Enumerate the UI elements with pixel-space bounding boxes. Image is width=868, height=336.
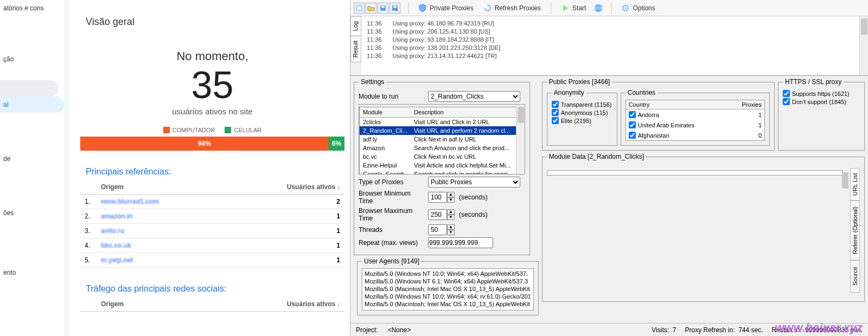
scrollbar[interactable]: [516, 105, 525, 174]
col-users[interactable]: Usuários ativos ↓: [225, 180, 344, 195]
url-item[interactable]: https://www.google.com: [552, 173, 838, 176]
shield-icon: [418, 4, 427, 12]
max-time-input[interactable]: [428, 209, 447, 220]
sidebar-item-4[interactable]: al: [0, 96, 64, 113]
module-to-run-label: Module to run: [359, 93, 424, 100]
module-select[interactable]: 2_Random_Clicks: [428, 91, 520, 102]
https-legend: HTTPS / SSL proxy: [783, 78, 844, 86]
table-row[interactable]: 2.amazon.in1: [80, 209, 344, 224]
ua-item[interactable]: Mozilla/5.0 (Windows NT 10.0; Win64; x64…: [365, 293, 531, 300]
table-row[interactable]: 3.avito.ru1: [80, 224, 344, 238]
open-icon[interactable]: [366, 3, 376, 14]
seconds-label: (seconds): [459, 211, 488, 218]
sidebar-item-1[interactable]: [0, 30, 64, 39]
ua-legend: User Agents [9149]: [362, 257, 422, 265]
tab-referer[interactable]: Referer (Optional): [850, 201, 860, 260]
log-row: 11:36Using proxy: 213.14.31.122:44621 [T…: [367, 52, 863, 60]
result-tab[interactable]: Result: [350, 36, 361, 62]
repeat-label: Repeat (max. views): [359, 239, 424, 247]
new-icon[interactable]: [354, 3, 365, 14]
module-row[interactable]: 2clicksVisit URL and Click in 2 URL: [360, 118, 525, 127]
module-row[interactable]: adf.lyClick Next in adf.ly URL: [360, 135, 525, 144]
module-data-group: Module Data [2_Random_Clicks] https://ww…: [542, 153, 865, 302]
country-row[interactable]: Andorra1: [626, 109, 764, 120]
log-tab[interactable]: Log: [350, 16, 361, 36]
stop-icon[interactable]: STOP: [593, 3, 603, 13]
https-checkbox[interactable]: Don't support (1845): [783, 98, 860, 105]
save-as-icon[interactable]: [390, 3, 400, 14]
country-row[interactable]: Afghanistan0: [626, 130, 764, 141]
ua-item[interactable]: Mozilla/5.0 (Windows NT 6.1; Win64; x64)…: [365, 277, 531, 285]
module-row[interactable]: Google_SearchSearch and click in google …: [360, 170, 525, 175]
bar-mobile: 6%: [329, 137, 344, 151]
anon-checkbox[interactable]: Transparent (1156): [552, 101, 612, 108]
chevron-down-icon[interactable]: ▼: [447, 230, 455, 235]
sidebar-item-3[interactable]: [0, 80, 59, 96]
anon-checkbox[interactable]: Anonymous (115): [552, 109, 612, 116]
sidebar-item-6[interactable]: ões: [0, 205, 64, 221]
log-content: 11:36Using proxy: 46.180.96.79:42319 [RU…: [361, 16, 868, 75]
ua-item[interactable]: Mozilla/5.0 (Macintosh; Intel Mac OS X 1…: [365, 300, 531, 308]
country-row[interactable]: United Arab Emirates1: [626, 120, 764, 130]
https-group: HTTPS / SSL proxy Supports https (1621)D…: [778, 78, 865, 151]
settings-legend: Settings: [359, 78, 386, 86]
settings-group: Settings Module to run 2_Random_Clicks M…: [354, 78, 530, 255]
chevron-down-icon[interactable]: ▼: [447, 197, 455, 203]
square-icon: [163, 127, 170, 133]
min-time-label: Browser Minimum Time: [359, 190, 424, 205]
device-bar: 94% 6%: [80, 137, 344, 151]
chevron-up-icon[interactable]: ▲: [447, 224, 455, 230]
scrollbar[interactable]: [859, 16, 868, 75]
module-row[interactable]: AmazonSearch Amazon and click the prod..…: [360, 144, 525, 152]
chevron-up-icon[interactable]: ▲: [447, 192, 455, 197]
sidebar-item-7[interactable]: ento: [0, 264, 64, 281]
arrow-down-icon: ↓: [337, 301, 341, 307]
threads-input[interactable]: [428, 224, 447, 235]
tab-source[interactable]: Source: [850, 260, 860, 293]
table-row[interactable]: 4.bbc.co.uk1: [80, 238, 344, 253]
anon-checkbox[interactable]: Elite (2195): [552, 117, 612, 124]
options-button[interactable]: Options: [619, 3, 657, 14]
col-users-2[interactable]: Usuários ativos ↓: [180, 297, 344, 312]
log-area: Log Result 11:36Using proxy: 46.180.96.7…: [350, 16, 868, 76]
start-button[interactable]: Start: [559, 3, 588, 14]
anonymity-legend: Anonymity: [552, 89, 586, 96]
toolbar: Private Proxies Refresh Proxies Start ST…: [350, 0, 868, 16]
watermark: www.baixar.xyz: [775, 321, 863, 335]
bar-computer: 94%: [80, 137, 329, 151]
sidebar-item-5[interactable]: de: [0, 151, 64, 167]
https-checkbox[interactable]: Supports https (1621): [783, 90, 860, 97]
sidebar-item-0[interactable]: atórios e cons: [0, 0, 64, 16]
page-title: Visão geral: [86, 16, 344, 28]
play-icon: [561, 4, 570, 12]
chevron-down-icon[interactable]: ▼: [447, 215, 455, 220]
private-proxies-button[interactable]: Private Proxies: [416, 3, 476, 14]
proxy-type-select[interactable]: Public Proxies: [428, 177, 520, 188]
refresh-icon: [483, 4, 492, 12]
modules-table[interactable]: ModuleDescription 2clicksVisit URL and C…: [359, 107, 525, 175]
ua-item[interactable]: Mozilla/5.0 (Windows NT 10.0; Win64; x64…: [365, 270, 531, 277]
col-origin[interactable]: Origem: [97, 180, 225, 195]
table-row[interactable]: 1.www.blurred1.com2: [80, 195, 344, 209]
url-list[interactable]: https://www.google.comhttps://www.youtub…: [547, 170, 843, 176]
countries-table[interactable]: CountryProxies Andorra1United Arab Emira…: [626, 100, 765, 141]
col-origin-2[interactable]: Origem: [97, 297, 180, 312]
countries-group: Countries CountryProxies Andorra1United …: [621, 89, 770, 146]
min-time-input[interactable]: [428, 192, 447, 203]
threads-label: Threads: [359, 226, 424, 234]
repeat-input[interactable]: [428, 237, 493, 248]
module-row[interactable]: 2_Random_Cli...Visit URL and perform 2 r…: [360, 126, 525, 135]
log-row: 11:36Using proxy: 46.180.96.79:42319 [RU…: [367, 20, 863, 28]
anonymity-group: Anonymity Transparent (1156)Anonymous (1…: [547, 89, 617, 146]
ua-item[interactable]: Mozilla/5.0 (Macintosh; Intel Mac OS X 1…: [365, 285, 531, 293]
sidebar-item-2[interactable]: ção: [0, 51, 64, 67]
module-row[interactable]: Ezine-HelpulVisit Article and click help…: [360, 161, 525, 170]
ua-list[interactable]: Mozilla/5.0 (Windows NT 10.0; Win64; x64…: [362, 268, 534, 311]
chevron-up-icon[interactable]: ▲: [447, 209, 455, 215]
refresh-proxies-button[interactable]: Refresh Proxies: [481, 3, 543, 14]
save-icon[interactable]: [378, 3, 388, 14]
table-row[interactable]: 5.m.yelp.net1: [80, 253, 344, 268]
module-row[interactable]: bc.vcClick Next in bc.vc URL: [360, 152, 525, 161]
seconds-label: (seconds): [459, 193, 488, 201]
tab-url-list[interactable]: URL List: [850, 168, 860, 201]
